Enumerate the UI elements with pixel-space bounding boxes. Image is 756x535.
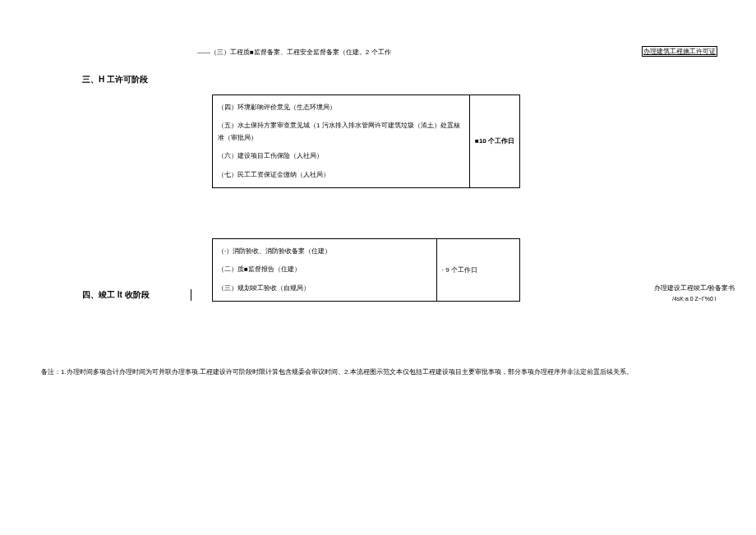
stage-4-table: （·）消防验收、消防验收备案（住建） （二）质■监督报告（住建） （三）规划竣工… xyxy=(212,238,520,302)
stage-4-item: （二）质■监督报告（住建） xyxy=(218,261,431,279)
stage-4-days-cell: · 9 个工作日 xyxy=(436,239,519,302)
stage-3-item: （四）环境影响评价意见（生态环境局） xyxy=(218,99,464,117)
footer-note: 备注：1.办理时间多项合计办理时间为可并联办理事项.工程建设许可阶段时限计算包含… xyxy=(41,367,715,377)
stage-3-item: （五）水土保持方案审查意见城（1 污水排入排水管网许可建筑垃圾（渣土）处置核准（… xyxy=(218,117,464,147)
stage-3-item: （六）建设项目工伤保险（人社局） xyxy=(218,147,464,165)
table-row: （四）环境影响评价意见（生态环境局） （五）水土保持方案审查意见城（1 污水排入… xyxy=(213,95,520,188)
completion-filing-sub: /4sK·a 0 Z~Γ%0 I xyxy=(654,296,735,302)
stage-3-table: （四）环境影响评价意见（生态环境局） （五）水土保持方案审查意见城（1 污水排入… xyxy=(212,95,520,188)
stage-3-heading: 三、H 工许可阶段 xyxy=(82,74,148,85)
table-row: （·）消防验收、消防验收备案（住建） （二）质■监督报告（住建） （三）规划竣工… xyxy=(213,239,520,302)
stage-4-item: （三）规划竣工验收（自规局） xyxy=(218,279,431,297)
completion-filing-link[interactable]: 办理建设工程竣工/验备案书 /4sK·a 0 Z~Γ%0 I xyxy=(654,284,735,302)
stage-3-item: （七）民工工资保证金缴纳（人社局） xyxy=(218,166,464,184)
stage-4-heading: 四、竣工 It 收阶段 xyxy=(82,289,191,301)
stage-2-fragment: ——（三）工程质■监督备案、工程安全监督备案（住建。2 个工作 xyxy=(197,48,657,57)
stage-4-item: （·）消防验收、消防验收备案（住建） xyxy=(218,242,431,261)
stage-3-items-cell: （四）环境影响评价意见（生态环境局） （五）水土保持方案审查意见城（1 污水排入… xyxy=(213,95,470,188)
stage-2-item-text: ——（三）工程质■监督备案、工程安全监督备案（住建。2 个工作 xyxy=(197,48,391,56)
completion-filing-main: 办理建设工程竣工/验备案书 xyxy=(654,284,735,293)
stage-3-days-cell: ■10 个工作日 xyxy=(470,95,520,188)
stage-4-items-cell: （·）消防验收、消防验收备案（住建） （二）质■监督报告（住建） （三）规划竣工… xyxy=(213,239,437,302)
permit-link-construction[interactable]: 办理建筑工程施工许可证 xyxy=(642,46,717,57)
